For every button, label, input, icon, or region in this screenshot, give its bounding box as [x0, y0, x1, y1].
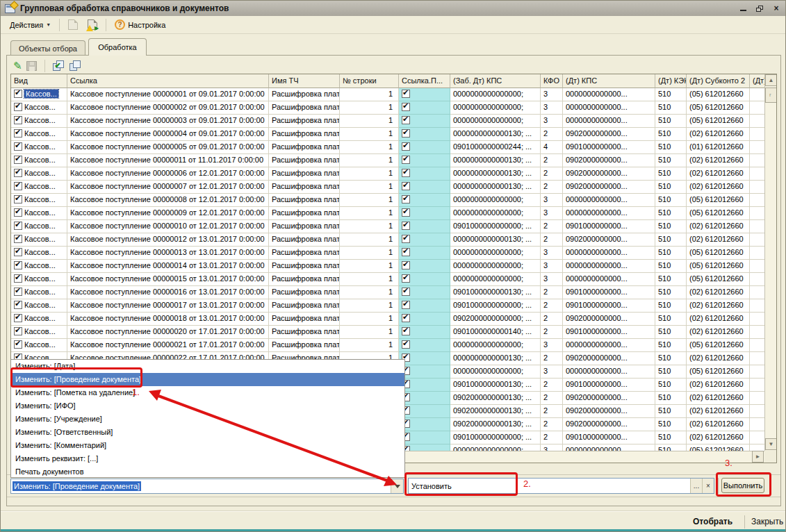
cell-chk2[interactable]: [399, 207, 450, 220]
cell-kek[interactable]: 510: [655, 154, 687, 167]
cell-kek[interactable]: 510: [655, 431, 687, 444]
cell-kek[interactable]: 510: [655, 115, 687, 128]
cell-sub[interactable]: (02) 612012660: [687, 326, 750, 339]
cell-kek[interactable]: 510: [655, 247, 687, 260]
actions-menu-button[interactable]: Действия ▼: [5, 18, 56, 32]
cell-kfo[interactable]: 3: [541, 260, 563, 273]
cell-last[interactable]: [750, 365, 764, 379]
cell-vid[interactable]: Кассов...: [11, 181, 67, 194]
cell-dtk[interactable]: 0000000000000...: [563, 115, 655, 128]
cell-vid[interactable]: Кассов...: [11, 194, 67, 207]
cell-kfo[interactable]: 2: [541, 418, 563, 431]
cell-num[interactable]: 1: [340, 247, 399, 260]
cell-kek[interactable]: 510: [655, 444, 687, 451]
cell-num[interactable]: 1: [340, 194, 399, 207]
cell-kek[interactable]: 510: [655, 365, 687, 379]
cell-kfo[interactable]: 2: [541, 220, 563, 233]
ref-post-checkbox[interactable]: [402, 90, 410, 98]
cell-last[interactable]: [750, 352, 764, 365]
cell-zab[interactable]: 0902000000000130; ...: [450, 392, 541, 405]
cell-last[interactable]: [750, 379, 764, 392]
cell-chk2[interactable]: [399, 392, 450, 405]
cell-num[interactable]: 1: [340, 181, 399, 194]
column-header-chk2[interactable]: Ссылка.П...: [399, 74, 450, 88]
ref-post-checkbox[interactable]: [402, 222, 410, 230]
cell-ref[interactable]: Кассовое поступление 00000021 от 17.01.2…: [67, 339, 269, 352]
cell-chk2[interactable]: [399, 418, 450, 431]
cell-num[interactable]: 1: [340, 233, 399, 247]
cell-tch[interactable]: Расшифровка плат...: [269, 260, 340, 273]
cell-num[interactable]: 1: [340, 273, 399, 286]
cell-last[interactable]: [750, 260, 764, 273]
cell-chk2[interactable]: [399, 128, 450, 141]
cell-vid[interactable]: Кассов...: [11, 101, 67, 115]
cell-num[interactable]: 1: [340, 88, 399, 101]
row-checkbox[interactable]: [14, 208, 22, 217]
column-header-ref[interactable]: Ссылка: [67, 74, 269, 88]
cell-sub[interactable]: (05) 612012660: [687, 247, 750, 260]
cell-vid[interactable]: Кассов...: [11, 313, 67, 326]
cell-dtk[interactable]: 0902000000000...: [563, 128, 655, 141]
cell-kek[interactable]: 510: [655, 88, 687, 101]
cell-num[interactable]: 1: [340, 141, 399, 154]
cell-kfo[interactable]: 2: [541, 379, 563, 392]
cell-chk2[interactable]: [399, 379, 450, 392]
cell-kek[interactable]: 510: [655, 207, 687, 220]
cell-last[interactable]: [750, 101, 764, 115]
cell-last[interactable]: [750, 444, 764, 451]
cell-last[interactable]: [750, 418, 764, 431]
cell-zab[interactable]: 0000000000000130; ...: [450, 167, 541, 181]
cell-sub[interactable]: (02) 612012660: [687, 181, 750, 194]
cell-kek[interactable]: 510: [655, 273, 687, 286]
cell-kek[interactable]: 510: [655, 220, 687, 233]
cell-dtk[interactable]: 0902000000000...: [563, 181, 655, 194]
uncheck-all-icon[interactable]: [69, 60, 82, 72]
cell-chk2[interactable]: [399, 167, 450, 181]
cell-chk2[interactable]: [399, 220, 450, 233]
cell-last[interactable]: [750, 273, 764, 286]
cell-dtk[interactable]: 0000000000000...: [563, 339, 655, 352]
dropdown-item[interactable]: Изменить: [Учреждение]: [11, 413, 404, 426]
cell-zab[interactable]: 0000000000000000;: [450, 444, 541, 451]
cell-kfo[interactable]: 2: [541, 392, 563, 405]
scroll-right-button[interactable]: ►: [752, 451, 764, 463]
cell-chk2[interactable]: [399, 260, 450, 273]
ref-post-checkbox[interactable]: [402, 301, 410, 309]
vertical-scrollbar[interactable]: ▲ ▼: [764, 74, 776, 451]
cell-kfo[interactable]: 2: [541, 405, 563, 418]
cell-zab[interactable]: 0000000000000000;: [450, 247, 541, 260]
combobox-drop-button[interactable]: [391, 479, 403, 493]
cell-sub[interactable]: (05) 612012660: [687, 194, 750, 207]
save-icon[interactable]: [26, 61, 37, 71]
row-checkbox[interactable]: [14, 274, 22, 283]
cell-tch[interactable]: Расшифровка плат...: [269, 194, 340, 207]
cell-vid[interactable]: Кассов...: [11, 273, 67, 286]
row-checkbox[interactable]: [14, 261, 22, 269]
cell-ref[interactable]: Кассовое поступление 00000015 от 13.01.2…: [67, 273, 269, 286]
cell-zab[interactable]: 0000000000000000;: [450, 339, 541, 352]
cell-kfo[interactable]: 2: [541, 431, 563, 444]
ref-post-checkbox[interactable]: [402, 314, 410, 322]
cell-dtk[interactable]: 0000000000000...: [563, 207, 655, 220]
tab-selection-objects[interactable]: Объекты отбора: [10, 40, 85, 56]
cell-dtk[interactable]: 0901000000000...: [563, 220, 655, 233]
cell-dtk[interactable]: 0902000000000...: [563, 392, 655, 405]
column-header-vid[interactable]: Вид: [11, 74, 67, 88]
cell-zab[interactable]: 0000000000000130; ...: [450, 128, 541, 141]
cell-last[interactable]: [750, 247, 764, 260]
cell-kek[interactable]: 510: [655, 418, 687, 431]
table-row[interactable]: Кассов...Кассовое поступление 00000007 о…: [11, 181, 764, 194]
check-all-icon[interactable]: ✔: [53, 60, 65, 72]
cell-chk2[interactable]: [399, 141, 450, 154]
ref-post-checkbox[interactable]: [402, 142, 410, 151]
cell-zab[interactable]: 0000000000000000;: [450, 365, 541, 379]
cell-tch[interactable]: Расшифровка плат...: [269, 313, 340, 326]
ref-post-checkbox[interactable]: [402, 261, 410, 269]
cell-vid[interactable]: Кассов...: [11, 260, 67, 273]
cell-chk2[interactable]: [399, 444, 450, 451]
row-checkbox[interactable]: [14, 314, 22, 322]
cell-num[interactable]: 1: [340, 128, 399, 141]
ref-post-checkbox[interactable]: [402, 248, 410, 256]
cell-last[interactable]: [750, 431, 764, 444]
cell-kek[interactable]: 510: [655, 352, 687, 365]
